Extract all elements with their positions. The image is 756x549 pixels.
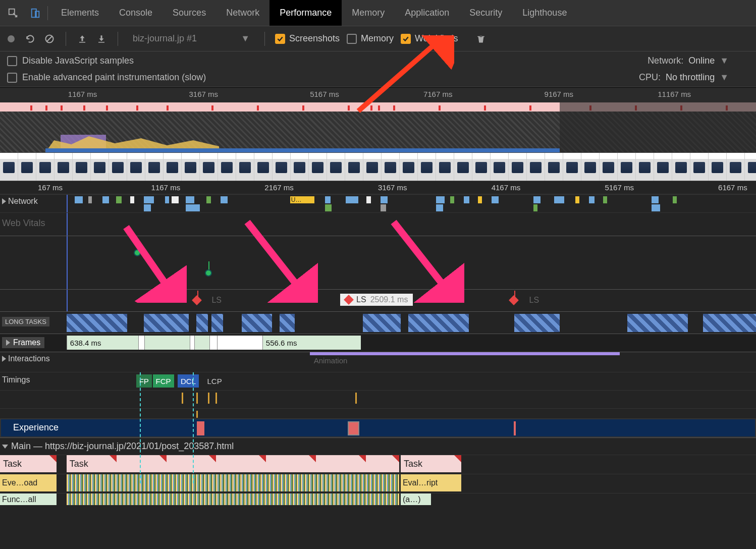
filmstrip-thumb[interactable] [382,153,400,181]
good-vital-marker[interactable] [205,269,212,277]
inspect-icon[interactable] [4,4,22,22]
overview-strip[interactable] [0,102,756,153]
long-task-block[interactable] [280,314,295,332]
network-track[interactable]: Network U… [0,194,756,212]
frame-block[interactable] [138,336,144,350]
filmstrip-thumb[interactable] [709,153,727,181]
func-block[interactable]: Func…all [0,493,57,505]
eval-block[interactable]: Eval…ript [401,474,461,491]
web-vitals-track[interactable]: Web Vitals [0,212,756,236]
long-task-block[interactable] [67,314,127,332]
long-task-block[interactable] [242,314,272,332]
experience-shift[interactable] [197,421,204,435]
filmstrip-thumb[interactable] [745,153,756,181]
layout-shift-marker[interactable] [192,295,202,305]
filmstrip-thumb[interactable] [109,153,127,181]
filmstrip-thumb[interactable] [291,153,309,181]
filmstrip-thumb[interactable] [200,153,218,181]
flame-dense[interactable] [67,493,399,505]
filmstrip-thumb[interactable] [363,153,382,181]
long-task-block[interactable] [627,314,688,332]
filmstrip-thumb[interactable] [690,153,709,181]
frames-track[interactable]: Frames 638.4 ms 556.6 ms [0,334,756,352]
filmstrip-thumb[interactable] [600,153,618,181]
filmstrip-thumb[interactable] [636,153,654,181]
record-icon[interactable] [5,33,17,45]
filmstrip-thumb[interactable] [0,153,18,181]
flame-func-lane[interactable]: Func…all (a…) [0,493,756,505]
timings-track[interactable]: Timings FP FCP DCL LCP [0,372,756,390]
long-task-block[interactable] [703,314,756,332]
filmstrip-thumb[interactable] [36,153,55,181]
filmstrip-thumb[interactable] [436,153,454,181]
func-block[interactable]: (a…) [401,493,431,505]
frames-track-label[interactable]: Frames [2,337,44,348]
frame-block[interactable] [194,336,209,350]
filmstrip-thumb[interactable] [545,153,563,181]
flame-task-lane[interactable]: Task Task Task [0,455,756,474]
filmstrip-thumb[interactable] [91,153,109,181]
tab-security[interactable]: Security [459,0,512,26]
interactions-track[interactable]: Interactions Animation [0,352,756,372]
filmstrip-thumb[interactable] [309,153,327,181]
long-tasks-track[interactable]: LONG TASKS [0,311,756,334]
flame-eval-lane[interactable]: Eve…oad Eval…ript [0,474,756,493]
filmstrip-thumb[interactable] [491,153,509,181]
frame-block[interactable] [209,336,217,350]
filmstrip-thumb[interactable] [345,153,363,181]
filmstrip-thumb[interactable] [509,153,527,181]
task-block[interactable]: Task [401,455,461,472]
trash-icon[interactable] [475,33,487,45]
device-toggle-icon[interactable] [26,4,44,22]
reload-icon[interactable] [24,33,36,45]
filmstrip[interactable]: /*populated below*/ [0,153,756,181]
recording-dropdown[interactable]: biz-journal.jp #1 ▼ [128,31,254,46]
cpu-throttling-dropdown[interactable]: CPU: No throttling ▼ [639,72,729,83]
network-throttling-dropdown[interactable]: Network: Online ▼ [647,56,729,66]
filmstrip-thumb[interactable] [145,153,164,181]
tab-application[interactable]: Application [395,0,459,26]
tab-lighthouse[interactable]: Lighthouse [512,0,577,26]
filmstrip-thumb[interactable] [254,153,273,181]
experience-track[interactable]: Experience [0,418,756,437]
experience-shift[interactable] [514,421,516,435]
memory-checkbox[interactable]: Memory [347,33,394,44]
layout-shift-marker[interactable] [509,295,519,305]
filmstrip-thumb[interactable] [400,153,418,181]
upload-icon[interactable] [76,33,88,45]
screenshots-checkbox[interactable]: Screenshots [275,33,340,44]
tab-network[interactable]: Network [216,0,269,26]
task-block[interactable]: Task [67,455,399,472]
good-vital-marker[interactable] [134,249,141,256]
filmstrip-thumb[interactable] [218,153,236,181]
animation-bar[interactable] [310,352,620,355]
filmstrip-thumb[interactable] [182,153,200,181]
flame-dense[interactable] [67,474,399,491]
interactions-track-label[interactable]: Interactions [2,354,50,363]
network-track-label[interactable]: Network [2,197,38,206]
frame-block[interactable]: 556.6 ms [262,336,361,350]
clear-icon[interactable] [43,33,56,45]
timing-lcp[interactable]: LCP [204,374,225,388]
filmstrip-thumb[interactable] [273,153,291,181]
eval-block[interactable]: Eve…oad [0,474,57,491]
tab-elements[interactable]: Elements [51,0,109,26]
filmstrip-thumb[interactable] [327,153,345,181]
filmstrip-thumb[interactable] [672,153,690,181]
long-task-block[interactable] [363,314,401,332]
filmstrip-thumb[interactable] [127,153,145,181]
filmstrip-thumb[interactable] [418,153,436,181]
filmstrip-thumb[interactable] [563,153,581,181]
frame-block[interactable] [217,336,262,350]
enable-paint-checkbox[interactable]: Enable advanced paint instrumentation (s… [7,72,206,83]
filmstrip-thumb[interactable] [73,153,91,181]
tab-console[interactable]: Console [109,0,163,26]
long-task-block[interactable] [408,314,469,332]
overview-ruler[interactable]: 1167 ms 3167 ms 5167 ms 7167 ms 9167 ms … [0,87,756,102]
filmstrip-thumb[interactable] [527,153,545,181]
filmstrip-thumb[interactable] [618,153,636,181]
filmstrip-thumb[interactable] [236,153,254,181]
tab-performance[interactable]: Performance [269,0,342,26]
filmstrip-thumb[interactable] [654,153,672,181]
filmstrip-thumb[interactable] [581,153,600,181]
